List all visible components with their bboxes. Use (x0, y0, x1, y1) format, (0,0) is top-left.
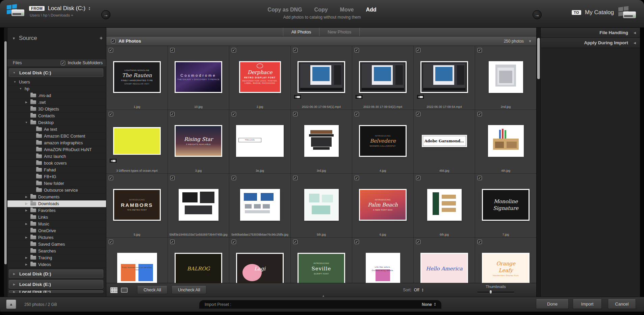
photo-cell[interactable]: ✓2022-06-30 17-09-54(2).mp4 (352, 46, 413, 110)
folder-videos[interactable]: ▶Videos (4, 261, 106, 268)
expand-arrow-icon[interactable]: ▶ (24, 236, 28, 239)
folder-pictures[interactable]: ▶Pictures (4, 234, 106, 241)
photo-checkbox[interactable]: ✓ (355, 112, 359, 116)
photo-cell[interactable]: ✓INTRODUCINGBelvedereMODERN CALLIGRAPHY4… (352, 110, 413, 173)
photo-checkbox[interactable]: ✓ (416, 176, 420, 180)
import-method-copy[interactable]: Copy (314, 7, 328, 13)
panel-expand-icon[interactable]: ◀ (634, 31, 636, 34)
import-preset-value[interactable]: None (422, 302, 432, 307)
from-source-name[interactable]: Local Disk (C:) (48, 5, 85, 12)
panel-toggle-icon[interactable]: ▲ (322, 294, 325, 297)
photo-cell[interactable]: ✓3 Different types of ocean.mp4 (106, 110, 168, 173)
panel-expand-icon[interactable]: ◀ (634, 41, 636, 45)
folder-music[interactable]: ▶Music (4, 221, 106, 227)
folder-onedrive[interactable]: OneDrive (4, 227, 106, 234)
photo-checkbox[interactable]: ✓ (478, 112, 482, 116)
photo-cell[interactable]: ✓BALROG (168, 238, 229, 283)
source-panel-scrollbar[interactable] (4, 28, 7, 297)
photo-checkbox[interactable]: ✓ (355, 176, 359, 180)
photo-checkbox[interactable]: ✓ (355, 48, 359, 52)
collapse-source-panel-button[interactable]: → (101, 10, 110, 19)
folder-fahad[interactable]: Fahad (4, 167, 106, 173)
loupe-view-icon[interactable] (121, 288, 128, 293)
import-method-add[interactable]: Add (366, 7, 377, 13)
photo-checkbox[interactable]: ✓ (170, 112, 175, 116)
photo-cell[interactable]: ✓5th.jpg (291, 174, 352, 237)
import-method-copy-as-dng[interactable]: Copy as DNG (267, 7, 302, 13)
source-collapse-icon[interactable]: ▼ (12, 37, 16, 40)
photo-cell[interactable]: ✓INTRODUCINGRAMBORS70'S RETRO FONT5.jpg (106, 174, 168, 237)
photo-checkbox[interactable]: ✓ (293, 112, 298, 116)
folder-amazon-infographics[interactable]: amazon infographics (4, 140, 106, 146)
folder-fb-ig[interactable]: FB+IG (4, 173, 106, 180)
sort-control[interactable]: Sort: Off ▲▼ (403, 288, 423, 292)
photo-cell[interactable]: ✓2022-06-30 17-09-54(1).mp4 (291, 46, 352, 110)
photo-cell[interactable]: ✓DerphaceRETRO DISPLAY FONTDESIGNED FOR … (229, 46, 290, 110)
expand-arrow-icon[interactable]: ▶ (24, 209, 28, 212)
photo-checkbox[interactable]: ✓ (232, 48, 236, 52)
photo-checkbox[interactable]: ✓ (416, 112, 420, 116)
photo-cell[interactable]: ✓2022-06-30 17-09-54.mp4 (414, 46, 475, 110)
expand-arrow-icon[interactable]: ▶ (12, 283, 16, 286)
photo-cell[interactable]: ✓MonolineSignature7.jpg (475, 174, 536, 237)
photo-cell[interactable]: ✓Lagi (229, 238, 290, 283)
collapse-arrow-icon[interactable]: ▼ (13, 80, 17, 83)
photo-checkbox[interactable]: ✓ (478, 176, 482, 180)
folder-3d-objects[interactable]: 3D Objects (4, 106, 106, 113)
thumbnail-size-slider[interactable] (477, 292, 514, 293)
grid-scrollbar-thumb[interactable] (537, 38, 540, 79)
photo-cell[interactable]: ✓Hello America (414, 238, 475, 283)
folder-links[interactable]: Links (4, 214, 106, 221)
volume-local-disk-d[interactable]: ▶Local Disk (D:) (9, 269, 103, 278)
volume-local-disk-c[interactable]: ▼Local Disk (C:) (9, 68, 103, 77)
photo-checkbox[interactable]: ✓ (170, 176, 175, 180)
expand-arrow-icon[interactable]: ▶ (12, 272, 16, 275)
uncheck-all-button[interactable]: Uncheck All (172, 286, 206, 294)
photo-cell[interactable]: ✓2nd.jpg (475, 46, 536, 110)
source-select-arrows-icon[interactable]: ▲▼ (88, 7, 91, 10)
sort-arrows-icon[interactable]: ▲▼ (422, 288, 424, 292)
photo-cell[interactable]: ✓LIGHTNING MONOLINEThe RautenFINELY HAND… (106, 46, 168, 110)
panel-section-file-handling[interactable]: File Handling◀ (541, 28, 640, 38)
collapse-arrow-icon[interactable]: ▼ (19, 87, 23, 90)
folder-ae-text[interactable]: Ae text (4, 126, 106, 133)
photo-cell[interactable]: ✓5e80ba6dae1753039b6ae76c96c2fdfa.jpg (229, 174, 290, 237)
group-collapse-icon[interactable]: ▼ (529, 40, 532, 43)
expand-arrow-icon[interactable]: ▶ (24, 222, 28, 225)
photo-cell[interactable]: ✓OrangeLeafyHandwritten Display Font (475, 238, 536, 283)
expand-arrow-icon[interactable]: ▶ (24, 256, 28, 259)
photo-cell[interactable]: ✓Life-like colors.Orchestrating details. (352, 238, 413, 283)
photo-checkbox[interactable]: ✓ (478, 48, 482, 52)
folder-outsource-service[interactable]: Outsource service (4, 187, 106, 194)
photo-checkbox[interactable]: ✓ (109, 176, 113, 180)
tab-all-photos[interactable]: All Photos (283, 28, 320, 36)
folder-contacts[interactable]: Contacts (4, 113, 106, 119)
import-preset-bar[interactable]: Import Preset : None ▲▼ (199, 300, 441, 309)
done-button[interactable]: Done (536, 299, 569, 309)
folder-documents[interactable]: ▶Documents (4, 194, 106, 200)
to-destination-selector[interactable]: TO My Catalog (572, 5, 635, 20)
folder-hp[interactable]: ▼hp (4, 86, 106, 92)
to-destination-name[interactable]: My Catalog (585, 9, 614, 16)
folder-ms-ad[interactable]: .ms-ad (4, 92, 106, 99)
folder-downloads[interactable]: ▷Downloads (4, 200, 106, 207)
photo-cell[interactable]: ✓INTRODUCINGPalm BeachA NEW FONT DUO6.jp… (352, 174, 413, 237)
add-source-icon[interactable]: + (100, 35, 103, 41)
import-button[interactable]: Import (573, 299, 602, 309)
folder-tracing[interactable]: ▶Tracing (4, 255, 106, 261)
sort-value[interactable]: Off (414, 288, 419, 292)
expand-arrow-icon[interactable]: ▶ (12, 290, 16, 293)
grid-view-icon[interactable] (110, 287, 118, 293)
expand-arrow-icon[interactable]: ▷ (24, 202, 28, 205)
from-source-selector[interactable]: FROM Local Disk (C:) ▲▼ Users \ hp \ Dow… (6, 3, 91, 19)
folder-amazon-ebc-content[interactable]: Amazon EBC Content (4, 133, 106, 140)
preset-arrows-icon[interactable]: ▲▼ (434, 302, 436, 306)
photo-checkbox[interactable]: ✓ (355, 240, 359, 244)
folder-amz-launch[interactable]: Amz launch (4, 153, 106, 160)
expand-arrow-icon[interactable]: ▶ (24, 101, 28, 104)
volume-local-disk-f[interactable]: ▶Local Disk (F:) (9, 290, 103, 293)
folder-saved-games[interactable]: Saved Games (4, 241, 106, 248)
photo-cell[interactable]: ✓INTRODUCINGSevilleSCRIPT FONT (291, 238, 352, 283)
photo-checkbox[interactable]: ✓ (293, 240, 298, 244)
folder-amazon-product-hunt[interactable]: AmaZON PRoDuct HuNT (4, 146, 106, 153)
